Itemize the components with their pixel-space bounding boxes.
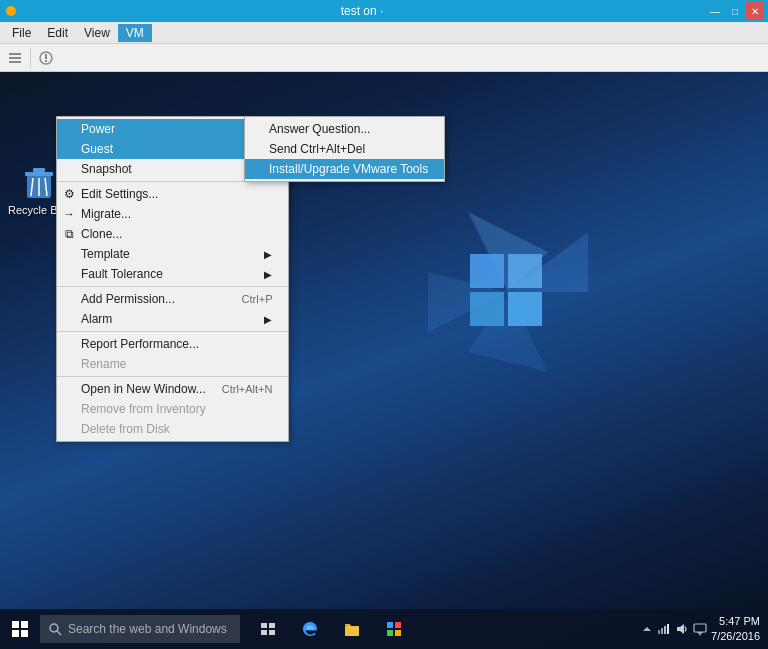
menu-vm[interactable]: VM [118,24,152,42]
title-icon [4,4,18,18]
svg-rect-5 [45,60,47,62]
desktop: Recycle Bi... Power ▶ Guest ▶ Snapshot ▶… [0,72,768,649]
system-clock[interactable]: 5:47 PM 7/26/2016 [711,614,760,645]
separator-4 [57,376,288,377]
window-controls: — □ ✕ [706,2,764,20]
volume-icon[interactable] [675,622,689,636]
menu-bar: File Edit View VM [0,22,768,44]
svg-rect-33 [387,630,393,636]
system-tray: 5:47 PM 7/26/2016 [641,614,768,645]
svg-rect-32 [395,622,401,628]
vm-menu-fault-tolerance[interactable]: Fault Tolerance ▶ [57,264,288,284]
store-button[interactable] [374,609,414,649]
vm-menu-power-label: Power [81,122,115,136]
vm-menu-report-performance-label: Report Performance... [81,337,199,351]
svg-rect-38 [664,626,666,634]
vm-menu-open-new-window[interactable]: Open in New Window... Ctrl+Alt+N [57,379,288,399]
taskbar: Search the web and Windows [0,609,768,649]
minimize-button[interactable]: — [706,2,724,20]
guest-menu-install-vmware-tools[interactable]: Install/Upgrade VMware Tools [245,159,444,179]
search-placeholder: Search the web and Windows [68,622,227,636]
vm-menu-alarm-label: Alarm [81,312,112,326]
guest-menu-answer-question[interactable]: Answer Question... [245,119,444,139]
store-icon [385,620,403,638]
svg-marker-35 [643,627,651,631]
clock-date: 7/26/2016 [711,629,760,644]
toolbar-icon2[interactable] [35,47,57,69]
task-view-button[interactable] [248,609,288,649]
vm-menu-clone[interactable]: ⧉ Clone... [57,224,288,244]
menu-file[interactable]: File [4,24,39,42]
separator-2 [57,286,288,287]
svg-rect-28 [261,630,267,635]
vm-menu-snapshot-label: Snapshot [81,162,132,176]
search-bar[interactable]: Search the web and Windows [40,615,240,643]
start-icon [11,620,29,638]
close-button[interactable]: ✕ [746,2,764,20]
svg-rect-30 [345,626,359,636]
menu-edit[interactable]: Edit [39,24,76,42]
recycle-bin-svg [19,162,59,202]
start-button[interactable] [0,609,40,649]
svg-rect-4 [45,54,47,59]
guest-install-vmware-tools-label: Install/Upgrade VMware Tools [269,162,428,176]
windows-logo [408,192,608,392]
vm-menu-delete-disk-label: Delete from Disk [81,422,170,436]
vm-menu-fault-tolerance-label: Fault Tolerance [81,267,163,281]
svg-rect-34 [395,630,401,636]
vm-menu-add-permission[interactable]: Add Permission... Ctrl+P [57,289,288,309]
svg-rect-10 [470,254,504,288]
vm-menu-open-new-window-label: Open in New Window... [81,382,206,396]
svg-rect-20 [12,621,19,628]
network-icon[interactable] [657,622,671,636]
title-bar: test on · — □ ✕ [0,0,768,22]
svg-point-24 [50,624,58,632]
svg-rect-16 [33,168,45,172]
edge-icon [301,620,319,638]
vm-menu-delete-disk: Delete from Disk [57,419,288,439]
guest-menu-send-ctrl-alt-del[interactable]: Send Ctrl+Alt+Del [245,139,444,159]
guest-submenu: Answer Question... Send Ctrl+Alt+Del Ins… [244,116,445,182]
taskbar-icons [248,609,414,649]
vm-menu-guest-label: Guest [81,142,113,156]
vm-menu-alarm[interactable]: Alarm ▶ [57,309,288,329]
file-explorer-icon [343,620,361,638]
maximize-button[interactable]: □ [726,2,744,20]
svg-rect-15 [25,172,53,176]
svg-rect-39 [667,624,669,634]
svg-rect-31 [387,622,393,628]
guest-send-ctrl-alt-del-label: Send Ctrl+Alt+Del [269,142,365,156]
svg-rect-36 [658,630,660,634]
svg-rect-41 [694,624,706,632]
menu-view[interactable]: View [76,24,118,42]
notification-icon[interactable] [693,622,707,636]
svg-rect-21 [21,621,28,628]
task-view-icon [260,621,276,637]
svg-rect-26 [261,623,267,628]
toolbar-icon1[interactable] [4,47,26,69]
svg-rect-11 [508,254,542,288]
vm-menu-add-permission-label: Add Permission... [81,292,175,306]
window-title: test on · [18,4,706,18]
svg-rect-1 [9,57,21,59]
guest-answer-question-label: Answer Question... [269,122,370,136]
clone-icon: ⧉ [61,226,77,242]
vm-menu-clone-label: Clone... [81,227,122,241]
vm-menu-edit-settings[interactable]: ⚙ Edit Settings... [57,184,288,204]
svg-rect-22 [12,630,19,637]
vm-menu-template[interactable]: Template ▶ [57,244,288,264]
edge-browser-button[interactable] [290,609,330,649]
tray-chevron-icon[interactable] [641,623,653,635]
toolbar [0,44,768,72]
vm-menu-rename-label: Rename [81,357,126,371]
vm-menu-migrate-label: Migrate... [81,207,131,221]
edit-settings-icon: ⚙ [61,186,77,202]
vm-menu-rename: Rename [57,354,288,374]
vm-menu-report-performance[interactable]: Report Performance... [57,334,288,354]
vm-menu-migrate[interactable]: → Migrate... [57,204,288,224]
svg-marker-40 [677,624,684,634]
svg-rect-37 [661,628,663,634]
search-icon [48,622,62,636]
clock-time: 5:47 PM [711,614,760,629]
file-explorer-button[interactable] [332,609,372,649]
